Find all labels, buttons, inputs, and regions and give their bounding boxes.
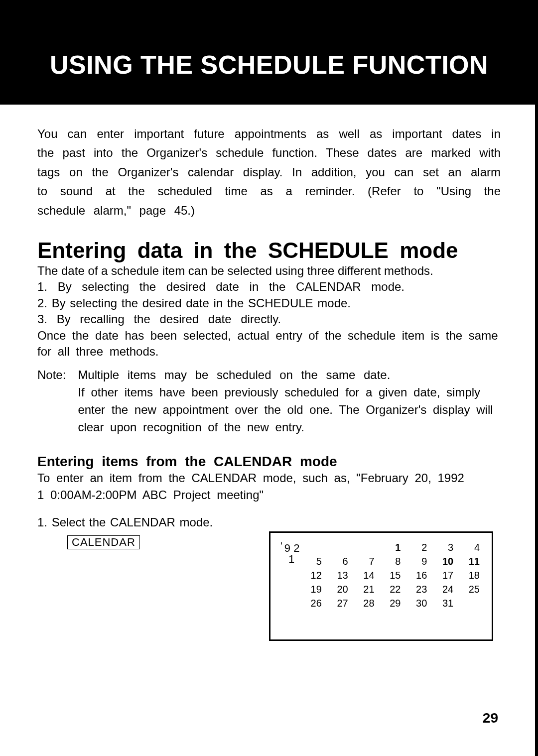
calendar-cell: 21 xyxy=(353,584,375,596)
calendar-cell: 20 xyxy=(327,584,348,596)
calendar-cell: 2 xyxy=(405,542,427,554)
calendar-cell: 23 xyxy=(405,584,427,596)
calendar-grid: 1234567891011121314151617181920212223242… xyxy=(300,542,480,610)
page-title: USING THE SCHEDULE FUNCTION xyxy=(30,50,508,80)
calendar-cell xyxy=(458,598,480,610)
calendar-cell: 5 xyxy=(300,556,322,568)
method-item-2: 2. By selecting the desired date in the … xyxy=(37,295,501,311)
calendar-cell: 11 xyxy=(458,556,480,568)
note-line-1: Multiple items may be scheduled on the s… xyxy=(78,367,501,384)
calendar-cell: 25 xyxy=(458,584,480,596)
calendar-cell: 30 xyxy=(405,598,427,610)
step-1: 1. Select the CALENDAR mode. xyxy=(37,515,501,529)
header-band: USING THE SCHEDULE FUNCTION xyxy=(0,0,538,105)
calendar-cell: 28 xyxy=(353,598,375,610)
note-block: Note: Multiple items may be scheduled on… xyxy=(37,367,501,436)
calendar-row: CALENDAR ' 9 2 1 12345678910111213141516… xyxy=(37,535,501,641)
calendar-cell: 22 xyxy=(380,584,401,596)
content-body: You can enter important future appointme… xyxy=(0,105,538,641)
calendar-key-label: CALENDAR xyxy=(67,535,140,549)
calendar-cell: 8 xyxy=(380,556,401,568)
calendar-cell: 10 xyxy=(432,556,453,568)
calendar-cell: 12 xyxy=(300,570,322,582)
year-value-2: 1 xyxy=(288,554,299,565)
calendar-display: ' 9 2 1 12345678910111213141516171819202… xyxy=(269,531,493,641)
calendar-cell: 9 xyxy=(405,556,427,568)
note-line-2: If other items have been previously sche… xyxy=(78,384,501,436)
page-edge xyxy=(535,0,538,756)
calendar-cell: 4 xyxy=(458,542,480,554)
section1-lead: The date of a schedule item can be selec… xyxy=(37,263,501,279)
section-heading-schedule: Entering data in the SCHEDULE mode xyxy=(37,238,501,263)
calendar-cell: 27 xyxy=(327,598,348,610)
calendar-cell: 13 xyxy=(327,570,348,582)
calendar-cell: 31 xyxy=(432,598,453,610)
year-apostrophe: ' xyxy=(280,541,282,551)
section-heading-calendar: Entering items from the CALENDAR mode xyxy=(37,454,501,470)
note-label: Note: xyxy=(37,367,66,436)
calendar-cell: 1 xyxy=(380,542,401,554)
intro-paragraph: You can enter important future appointme… xyxy=(37,125,501,220)
calendar-cell: 29 xyxy=(380,598,401,610)
calendar-cell: 19 xyxy=(300,584,322,596)
calendar-cell: 3 xyxy=(432,542,453,554)
calendar-cell: 16 xyxy=(405,570,427,582)
section1-after: Once the date has been selected, actual … xyxy=(37,328,501,360)
calendar-cell: 26 xyxy=(300,598,322,610)
section2-p1: To enter an item from the CALENDAR mode,… xyxy=(37,470,501,487)
calendar-cell: 15 xyxy=(380,570,401,582)
calendar-key-wrap: CALENDAR xyxy=(37,535,269,549)
calendar-cell: 7 xyxy=(353,556,375,568)
calendar-cell: 14 xyxy=(353,570,375,582)
section2-p2: 1 0:00AM-2:00PM ABC Project meeting" xyxy=(37,487,501,504)
page-number: 29 xyxy=(483,710,498,726)
year-value-1: 9 2 xyxy=(284,543,300,554)
note-body: Multiple items may be scheduled on the s… xyxy=(78,367,501,436)
calendar-cell xyxy=(300,542,322,554)
calendar-cell xyxy=(327,542,348,554)
calendar-cell xyxy=(353,542,375,554)
calendar-cell: 24 xyxy=(432,584,453,596)
method-item-1: 1. By selecting the desired date in the … xyxy=(37,279,501,295)
calendar-year-label: ' 9 2 1 xyxy=(280,543,299,565)
calendar-cell: 17 xyxy=(432,570,453,582)
calendar-cell: 18 xyxy=(458,570,480,582)
method-item-3: 3. By recalling the desired date directl… xyxy=(37,311,501,327)
calendar-cell: 6 xyxy=(327,556,348,568)
